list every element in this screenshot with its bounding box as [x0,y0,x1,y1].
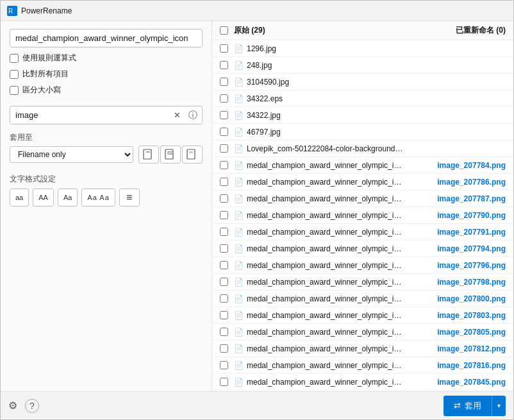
file-row: 📄248.jpg. [212,57,513,74]
file-checkbox[interactable] [220,311,228,319]
file-renamed: image_207794.png [403,244,506,253]
apply-main-button[interactable]: ⇄ 套用 [444,396,492,416]
file-renamed: image_207800.png [403,294,506,303]
file-row: 📄medal_champion_award_winner_olympic_ico… [212,324,513,340]
main-content: 使用規則運算式 比對所有項目 區分大小寫 ✕ ⓘ 套用至 [1,21,513,391]
file-checkbox[interactable] [220,144,228,153]
file-type-icon: 📄 [234,44,244,53]
format-btn-Aa[interactable]: Aa [58,189,78,206]
checkbox-case[interactable] [10,86,19,95]
file-checkbox[interactable] [220,78,228,86]
file-row-check [220,278,234,286]
file-checkbox[interactable] [220,244,228,253]
header-original-label: 原始 (29) [234,26,265,35]
file-name: 248.jpg [247,61,403,70]
file-name: medal_champion_award_winner_olympic_icon… [247,378,403,387]
file-checkbox[interactable] [220,61,228,69]
file-row: 📄34322.jpg. [212,107,513,124]
file-checkbox[interactable] [220,328,228,336]
file-row-check [220,328,234,336]
file-checkbox[interactable] [220,111,228,119]
apply-to-label: 套用至 [10,132,203,143]
svg-rect-2 [144,149,151,159]
file-name: medal_champion_award_winner_olympic_icon… [247,344,403,353]
format-btn-aa[interactable]: aa [10,189,29,206]
file-name: medal_champion_award_winner_olympic_icon… [247,361,403,370]
file-checkbox[interactable] [220,44,228,53]
file-row-check [220,344,234,353]
file-name: medal_champion_award_winner_olympic_icon… [247,178,403,187]
file-checkbox[interactable] [220,211,228,219]
file-row-check [220,361,234,369]
apply-dropdown-button[interactable]: ▾ [492,396,506,416]
apply-to-row: Filename only Extension only Filename an… [10,146,203,164]
bottom-bar: ⚙ ? ⇄ 套用 ▾ [1,391,513,419]
help-button[interactable]: ? [25,399,39,413]
settings-button[interactable]: ⚙ [8,399,17,412]
file-name: 34322.jpg [247,111,403,120]
checkbox-all-row[interactable]: 比對所有項目 [10,69,203,80]
checkbox-case-label: 區分大小寫 [22,85,61,96]
file-checkbox[interactable] [220,378,228,386]
checkbox-regex-row[interactable]: 使用規則運算式 [10,53,203,63]
file-checkbox[interactable] [220,228,228,236]
search-current-value[interactable] [10,29,203,47]
file-renamed: . [403,94,506,103]
file-renamed: image_207803.png [403,311,506,320]
file-icon-2 [164,149,177,160]
file-row-check [220,294,234,303]
apply-btn-group: ⇄ 套用 ▾ [444,396,506,416]
file-checkbox[interactable] [220,261,228,269]
file-checkbox[interactable] [220,178,228,186]
file-checkbox[interactable] [220,94,228,103]
file-row-check [220,144,234,153]
file-type-icon: 📄 [234,94,244,103]
header-checkbox[interactable] [220,26,228,35]
file-row: 📄medal_champion_award_winner_olympic_ico… [212,290,513,307]
file-name: medal_champion_award_winner_olympic_icon… [247,228,403,237]
file-icon-1 [142,149,155,160]
file-name: medal_champion_award_winner_olympic_icon… [247,278,403,287]
file-renamed: image_207798.png [403,278,506,287]
file-checkbox[interactable] [220,278,228,286]
checkbox-case-row[interactable]: 區分大小寫 [10,85,203,96]
file-checkbox[interactable] [220,344,228,353]
file-checkbox[interactable] [220,128,228,136]
format-section: 文字格式設定 aa AA Aa Aa Aa ≡ [10,171,203,206]
checkbox-all[interactable] [10,70,19,79]
file-renamed: image_207791.png [403,228,506,237]
file-type-icon: 📄 [234,328,244,337]
file-row-check [220,244,234,253]
apply-icon: ⇄ [454,401,461,410]
clear-button[interactable]: ✕ [171,109,183,121]
file-renamed: image_207784.png [403,161,506,170]
file-row: 📄medal_champion_award_winner_olympic_ico… [212,157,513,174]
file-row-check [220,178,234,186]
file-type-icon: 📄 [234,61,244,70]
file-type-icon: 📄 [234,228,244,237]
file-type-icon: 📄 [234,128,244,137]
file-icon-3 [186,149,199,160]
file-type-icon: 📄 [234,361,244,370]
file-type-icon: 📄 [234,344,244,353]
info-button[interactable]: ⓘ [186,108,200,122]
case-btn-a2[interactable] [160,146,181,164]
checkbox-all-label: 比對所有項目 [22,69,69,80]
apply-to-select[interactable]: Filename only Extension only Filename an… [10,146,133,163]
file-checkbox[interactable] [220,194,228,203]
file-checkbox[interactable] [220,294,228,303]
checkbox-regex[interactable] [10,54,19,63]
file-row-check [220,61,234,69]
format-btn-AA[interactable]: AA [33,189,54,206]
file-row: 📄medal_champion_award_winner_olympic_ico… [212,257,513,274]
file-checkbox[interactable] [220,361,228,369]
file-checkbox[interactable] [220,161,228,169]
file-row: 📄3104590.jpg. [212,74,513,90]
case-btn-a1[interactable] [138,146,159,164]
case-btn-a3[interactable] [182,146,203,164]
settings-icon: ⚙ [8,399,17,412]
format-list-btn[interactable]: ≡ [119,189,140,206]
format-btn-AaAa[interactable]: Aa Aa [81,189,115,206]
svg-rect-7 [187,149,195,159]
file-row: 📄medal_champion_award_winner_olympic_ico… [212,274,513,290]
